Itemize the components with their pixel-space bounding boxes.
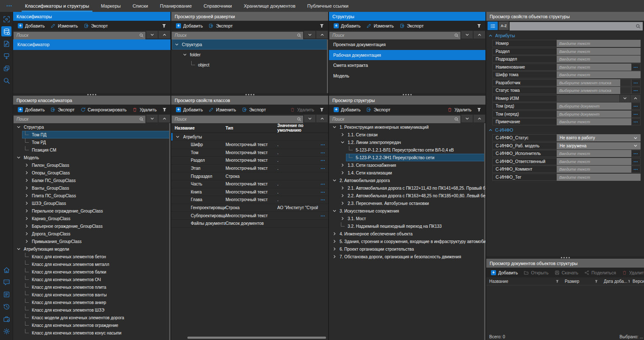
tree-item[interactable]: Опоры_GroupClass xyxy=(13,169,170,177)
search-prev-button[interactable] xyxy=(316,115,328,122)
tree-item[interactable]: 2.1. Автомобильная дорога с ПК122+11,43 … xyxy=(329,184,485,192)
chevron-right-icon[interactable] xyxy=(332,247,337,251)
field-input[interactable] xyxy=(557,79,620,86)
export-button[interactable]: Экспорт xyxy=(397,21,427,30)
chevron-up-icon[interactable] xyxy=(630,95,641,102)
chevron-right-icon[interactable] xyxy=(332,254,337,259)
chevron-down-icon[interactable] xyxy=(332,209,337,213)
chevron-right-icon[interactable] xyxy=(24,163,30,167)
search-prev-button[interactable] xyxy=(474,31,485,39)
chevron-down-icon[interactable] xyxy=(16,125,22,129)
list-item[interactable]: Модель xyxy=(329,71,485,81)
search-prev-button[interactable] xyxy=(474,115,485,122)
add-button[interactable]: +Добавить xyxy=(488,268,521,277)
menu-tab[interactable]: Классификаторы и структуры xyxy=(19,0,95,12)
scrollbar-thumb[interactable] xyxy=(484,123,485,340)
table-row[interactable]: ТомМногострочный текст.••• xyxy=(171,149,328,157)
tree-item[interactable]: Класс для конечных элементов ОЧ xyxy=(13,276,170,283)
ellipsis-button[interactable]: ••• xyxy=(631,158,641,165)
search-next-button[interactable] xyxy=(461,115,473,122)
field-input[interactable] xyxy=(557,64,631,71)
open-button[interactable]: Открыть xyxy=(521,268,551,277)
tree-item[interactable]: Класс для конечных элементов ванты xyxy=(13,291,170,299)
chevron-down-icon[interactable] xyxy=(182,53,188,57)
tree-item[interactable]: Класс модели для конечных элементов доро… xyxy=(13,314,170,321)
del-button[interactable]: Удалить xyxy=(619,268,644,277)
picker-box[interactable] xyxy=(620,79,631,86)
ellipsis-button[interactable]: ••• xyxy=(318,191,328,193)
alphabetical-sort-button[interactable]: A-Z xyxy=(499,22,509,30)
chevron-right-icon[interactable] xyxy=(24,193,30,198)
tree-item[interactable]: Ванты_GroupClass xyxy=(13,184,170,192)
history-icon[interactable] xyxy=(1,301,11,312)
chevron-up-icon[interactable] xyxy=(488,128,493,132)
scrollbar-thumb[interactable] xyxy=(169,123,170,340)
field-input[interactable] xyxy=(557,55,641,63)
field-input[interactable] xyxy=(557,102,631,110)
add-button[interactable]: +Добавить xyxy=(331,105,363,114)
filter-icon[interactable] xyxy=(555,279,559,283)
add-button[interactable]: +Добавить xyxy=(331,21,363,30)
search-next-button[interactable] xyxy=(146,115,158,122)
tree-item[interactable]: 1. Реконструкция инженерных коммуникаций xyxy=(329,123,485,131)
search-next-button[interactable] xyxy=(304,115,315,122)
chevron-right-icon[interactable] xyxy=(24,178,30,182)
table-row[interactable]: ПодразделСтрока xyxy=(171,172,328,180)
chevron-right-icon[interactable] xyxy=(340,201,346,205)
field-input[interactable] xyxy=(557,48,641,55)
properties-search-input[interactable] xyxy=(510,22,643,30)
share-button[interactable]: Поделиться xyxy=(581,268,619,277)
chevron-down-icon[interactable] xyxy=(340,140,346,144)
chevron-right-icon[interactable] xyxy=(332,239,337,243)
export-button[interactable]: Экспорт xyxy=(206,21,235,30)
list-item[interactable]: Смета контракта xyxy=(329,60,485,71)
tree-item[interactable]: ШЗЭ_GroupClass xyxy=(13,199,170,207)
add-button[interactable]: +Добавить xyxy=(15,21,47,30)
chevron-right-icon[interactable] xyxy=(24,232,30,236)
chevron-right-icon[interactable] xyxy=(340,171,346,175)
ellipsis-button[interactable]: ••• xyxy=(631,87,641,94)
search-next-button[interactable] xyxy=(146,31,158,39)
list-item[interactable]: Проектная документация xyxy=(329,39,485,50)
ellipsis-button[interactable]: ••• xyxy=(631,118,641,125)
tree-item[interactable]: Структура xyxy=(13,123,170,131)
chevron-right-icon[interactable] xyxy=(340,216,346,221)
chevron-right-icon[interactable] xyxy=(340,193,346,198)
column-header[interactable]: Версия xyxy=(630,277,644,285)
export-document-icon[interactable] xyxy=(1,51,11,61)
export-button[interactable]: Экспорт xyxy=(47,105,77,114)
tree-item[interactable]: folder xyxy=(171,50,328,60)
chevron-right-icon[interactable] xyxy=(24,201,30,205)
menu-tab[interactable]: Хранилище документов xyxy=(238,0,301,12)
tree-item[interactable]: Плита ПС_GroupClass xyxy=(13,192,170,199)
chevron-right-icon[interactable] xyxy=(24,186,30,190)
ellipsis-button[interactable]: ••• xyxy=(318,151,328,154)
sync-button[interactable]: Синхронизировать xyxy=(78,105,130,114)
chevron-right-icon[interactable] xyxy=(332,232,337,236)
tree-item[interactable]: 6. Проект организации строительства xyxy=(329,245,485,253)
add-button[interactable]: +Добавить xyxy=(173,105,206,114)
chevron-right-icon[interactable] xyxy=(24,216,30,221)
table-row[interactable]: Файлы документацииСписок документов xyxy=(171,220,328,228)
chevron-down-icon[interactable] xyxy=(16,155,22,160)
del-button[interactable]: Удалить xyxy=(129,105,159,114)
view-scan-icon[interactable] xyxy=(1,14,11,24)
table-group-row[interactable]: Атрибуты xyxy=(171,133,328,141)
table-row[interactable]: ГлаваМногострочный текст.••• xyxy=(171,196,328,204)
dropdown-field[interactable]: Не взято в работу xyxy=(557,134,641,141)
filter-button[interactable] xyxy=(159,21,169,30)
add-button[interactable]: +Добавить xyxy=(173,21,206,30)
combo-field[interactable] xyxy=(557,95,619,102)
chevron-down-icon[interactable] xyxy=(176,135,180,139)
search-input[interactable] xyxy=(14,32,145,39)
edit-button[interactable]: Изменить xyxy=(47,21,81,30)
ellipsis-button[interactable]: ••• xyxy=(318,159,328,162)
add-button[interactable]: +Добавить xyxy=(15,105,47,114)
export-button[interactable]: Экспорт xyxy=(239,105,269,114)
chevron-down-icon[interactable] xyxy=(620,95,630,102)
field-input[interactable] xyxy=(557,111,631,118)
ellipsis-button[interactable]: ••• xyxy=(318,182,328,185)
menu-tab[interactable]: Списки xyxy=(127,0,154,12)
grouped-view-button[interactable] xyxy=(488,22,498,30)
search-input[interactable] xyxy=(172,32,303,39)
